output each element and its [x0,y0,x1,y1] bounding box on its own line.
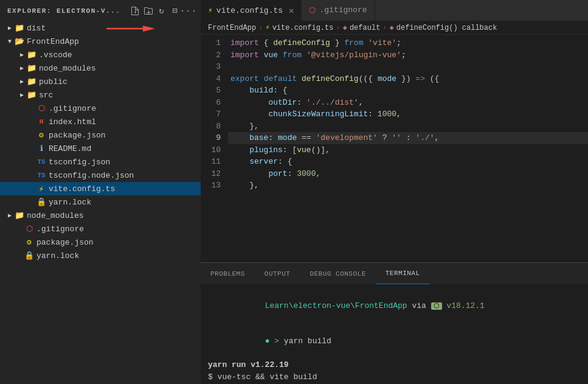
ln-2: 2 [201,49,221,61]
breadcrumb-sep3: › [382,24,387,32]
tsconfig-label: tsconfig.json [49,158,110,167]
tab-viteconfig-label: vite.config.ts [216,6,283,15]
packagejson2-label: package.json [36,238,94,247]
tree-item-yarnlock1[interactable]: ▶ 🔒 yarn.lock [0,195,201,209]
gitignore1-icon: ⬡ [36,103,46,113]
arrow-frontendapp: ▼ [5,37,15,46]
term-line-prompt: ● > yarn build [208,324,581,360]
ln-7: 7 [201,108,221,120]
tab-viteconfig-close[interactable]: ✕ [289,5,294,16]
packagejson1-label: package.json [49,131,106,140]
ln-1: 1 [201,37,221,49]
term-line-path: Learn\electron-vue\FrontEndApp via ⬡ v18… [208,288,581,324]
breadcrumb-viteicon: ⚡ [265,23,269,32]
ln-9: 9 [201,132,221,144]
ln-10: 10 [201,144,221,156]
ln-3: 3 [201,61,221,73]
breadcrumb-callback[interactable]: defineConfig() callback [396,24,497,32]
breadcrumb-sep1: › [258,24,263,32]
code-line-13: }, [228,180,588,192]
folder-dist-icon: 📁 [15,23,24,33]
collapse-icon[interactable]: ⊟ [170,6,180,16]
sidebar-title: EXPLORER: ELECTRON-V... [7,7,130,15]
tree-item-dist[interactable]: ▶ 📁 dist [0,21,201,35]
arrow-node-inner: ▶ [17,63,27,73]
breadcrumb-frontendapp[interactable]: FrontEndApp [208,24,256,32]
folder-node-outer-icon: 📁 [15,211,24,220]
tree-item-viteconfig[interactable]: ▶ ⚡ vite.config.ts [0,182,201,195]
tree-item-node-modules-inner[interactable]: ▶ 📁 node_modules [0,61,201,75]
tree-item-readme[interactable]: ▶ ℹ README.md [0,142,201,155]
breadcrumb-defaulticon: ◈ [343,23,347,32]
tree-item-yarnlock2[interactable]: ▶ 🔒 yarn.lock [0,249,201,262]
arrow-src: ▶ [17,90,27,100]
tab-debug-console[interactable]: DEBUG CONSOLE [300,263,375,284]
packagejson2-icon: ⚙ [24,237,34,247]
arrow-dist: ▶ [5,23,15,33]
tab-problems[interactable]: PROBLEMS [201,263,255,284]
frontendapp-label: FrontEndApp [27,37,79,46]
line-numbers: 1 2 3 4 5 6 7 8 9 10 11 12 13 [201,35,228,262]
code-line-6: outDir: './../dist', [228,97,588,109]
tree-item-gitignore1[interactable]: ▶ ⬡ .gitignore [0,102,201,115]
breadcrumb-callbackicon: ◈ [390,23,394,32]
terminal-content[interactable]: Learn\electron-vue\FrontEndApp via ⬡ v18… [201,284,588,384]
breadcrumb-viteconfig[interactable]: vite.config.ts [272,24,334,32]
tab-viteconfig-icon: ⚡ [208,5,213,15]
new-file-icon[interactable] [130,6,140,16]
folder-node-inner-icon: 📁 [27,63,36,73]
panel-tabs: PROBLEMS OUTPUT DEBUG CONSOLE TERMINAL [201,263,588,284]
code-content[interactable]: import { defineConfig } from 'vite'; imp… [228,35,588,262]
ln-11: 11 [201,156,221,168]
breadcrumb-sep2: › [336,24,340,32]
tree-item-gitignore2[interactable]: ▶ ⬡ .gitignore [0,222,201,236]
readme-label: README.md [49,144,91,153]
sidebar-header: EXPLORER: ELECTRON-V... ↻ ⊟ ··· [0,0,201,21]
tree-item-packagejson2[interactable]: ▶ ⚙ package.json [0,236,201,249]
tree-item-tsconfig[interactable]: ▶ TS tsconfig.json [0,155,201,169]
code-line-8: }, [228,120,588,133]
tab-terminal[interactable]: TERMINAL [376,263,430,284]
tab-bar: ⚡ vite.config.ts ✕ ⬡ .gitignore [201,0,588,21]
ln-5: 5 [201,85,221,97]
tab-gitignore-icon: ⬡ [309,5,316,15]
tab-gitignore[interactable]: ⬡ .gitignore [302,0,375,21]
sidebar: EXPLORER: ELECTRON-V... ↻ ⊟ ··· ▶ 📁 dis [0,0,201,384]
code-line-12: port: 3000, [228,168,588,180]
arrow-node-outer: ▶ [5,211,15,220]
code-line-1: import { defineConfig } from 'vite'; [228,37,588,49]
src-label: src [39,91,53,100]
tree-item-vscode[interactable]: ▶ 📁 .vscode [0,48,201,61]
tree-item-indexhtml[interactable]: ▶ H index.html [0,115,201,128]
tree-item-node-modules-outer[interactable]: ▶ 📁 node_modules [0,209,201,222]
yarnlock2-icon: 🔒 [24,251,34,260]
dist-label: dist [27,24,46,33]
dist-row-wrapper: ▶ 📁 dist [0,21,201,35]
ln-12: 12 [201,168,221,180]
breadcrumb-default[interactable]: default [350,24,380,32]
tsconfig-node-label: tsconfig.node.json [49,171,134,180]
yarnlock1-icon: 🔒 [36,197,46,207]
code-line-7: chunkSizeWarningLimit: 1000, [228,108,588,120]
code-line-11: server: { [228,156,588,168]
more-icon[interactable]: ··· [184,6,193,16]
arrow-public: ▶ [17,77,27,86]
main-container: EXPLORER: ELECTRON-V... ↻ ⊟ ··· ▶ 📁 dis [0,0,588,384]
gitignore2-label: .gitignore [36,225,84,234]
gitignore2-icon: ⬡ [24,224,34,234]
node-modules-inner-label: node_modules [39,64,96,73]
tab-output[interactable]: OUTPUT [255,263,300,284]
tree-item-packagejson1[interactable]: ▶ ⚙ package.json [0,128,201,142]
ln-13: 13 [201,180,221,192]
refresh-icon[interactable]: ↻ [157,6,167,16]
ln-4: 4 [201,73,221,85]
tree-item-public[interactable]: ▶ 📁 public [0,75,201,88]
tree-item-src[interactable]: ▶ 📁 src [0,88,201,102]
tree-item-tsconfig-node[interactable]: ▶ TS tsconfig.node.json [0,169,201,182]
code-editor: 1 2 3 4 5 6 7 8 9 10 11 12 13 [201,35,588,262]
new-folder-icon[interactable] [144,6,153,16]
readme-icon: ℹ [36,144,46,153]
tab-viteconfig[interactable]: ⚡ vite.config.ts ✕ [201,0,302,21]
node-badge: ⬡ [431,302,442,310]
tree-item-frontendapp[interactable]: ▼ 📂 FrontEndApp [0,35,201,48]
